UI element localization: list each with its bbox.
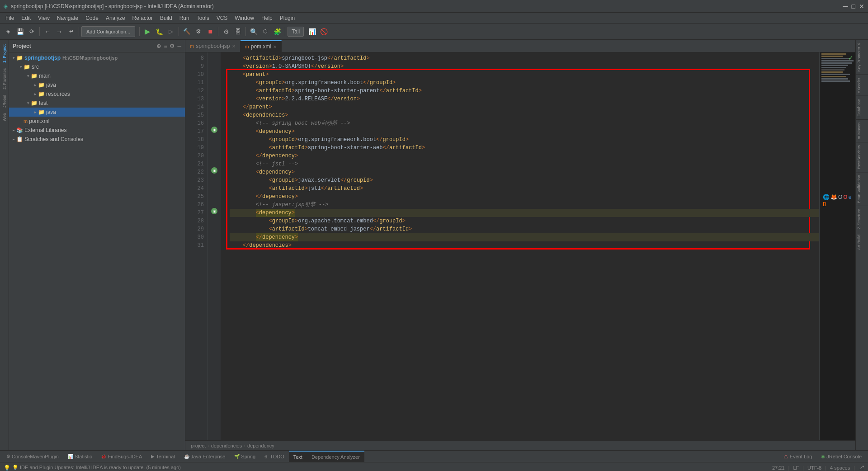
code-line-18[interactable]: <groupId>org.springframework.boot</group… [230,136,819,144]
code-line-13[interactable]: <version>2.2.4.RELEASE</version> [230,95,819,103]
menu-refactor[interactable]: Refactor [129,14,156,22]
toolbar-build-btn[interactable]: 🔨 [181,26,192,37]
code-line-28[interactable]: <groupId>org.apache.tomcat.embed</groupI… [230,217,819,225]
toolbar-search-btn[interactable]: 🔍 [248,26,259,37]
jrebel-icon-22[interactable]: ◉ [211,167,217,174]
tree-item-test[interactable]: ▾ 📁 test [9,99,185,108]
toolbar-monitor-btn[interactable]: 📊 [307,26,317,37]
code-content[interactable]: <artifactId>springboot-jsp</artifactId> … [226,52,819,440]
jrebel-icon-27[interactable]: ◉ [211,208,217,214]
edge-icon[interactable]: e [849,194,852,200]
right-tool-artbuild[interactable]: Art Build [856,232,868,253]
tab-pom-xml[interactable]: m pom.xml ✕ [241,40,282,52]
chrome-icon[interactable]: 🌐 [823,194,830,200]
code-line-23[interactable]: <groupId>javax.servlet</groupId> [230,176,819,184]
status-encoding[interactable]: UTF-8 [807,465,821,471]
menu-file[interactable]: File [2,14,18,22]
toolbar-sync-btn[interactable]: ⟳ [26,26,37,37]
panel-minimize-icon[interactable]: ─ [177,43,181,49]
toolbar-settings-btn[interactable]: ⚙ [221,26,231,37]
toolbar-profiler-btn[interactable]: 🧩 [272,26,283,37]
code-line-25[interactable]: </dependency> [230,193,819,201]
menu-run[interactable]: Run [176,14,193,22]
tree-item-pom[interactable]: ▸ m pom.xml [9,117,185,126]
opera-icon[interactable]: O [838,194,842,200]
code-line-29[interactable]: <artifactId>tomcat-embed-jasper</artifac… [230,225,819,233]
toolbar-stop-btn[interactable]: ■ [205,26,216,37]
tab-close-springboot[interactable]: ✕ [232,44,236,49]
tab-findbugs[interactable]: 🐞 FindBugs-IDEA [96,451,146,462]
toolbar-database-btn[interactable]: 🗄 [232,26,243,37]
maximize-btn[interactable]: □ [852,3,855,10]
status-indent[interactable]: 4 spaces [830,465,850,471]
right-tool-database[interactable]: Database [856,96,868,119]
tail-button[interactable]: Tail [288,27,304,37]
bc-project[interactable]: project [191,443,206,448]
panel-settings-icon[interactable]: ⚙ [170,43,175,49]
code-line-26[interactable]: <!-- jasper:jsp引擎 --> [230,201,819,209]
menu-code[interactable]: Code [82,14,102,22]
code-line-20[interactable]: </dependency> [230,152,819,160]
code-line-19[interactable]: <artifactId>spring-boot-starter-web</art… [230,144,819,152]
tab-statistic[interactable]: 📊 Statistic [63,451,97,462]
event-log-btn[interactable]: ⚠ Event Log [779,452,817,461]
bc-dependencies[interactable]: dependencies [211,443,242,448]
toolbar-save-btn[interactable]: 💾 [14,26,25,37]
code-line-30[interactable]: </dependency> [230,233,819,241]
toolbar-debug-btn[interactable]: 🐛 [154,26,165,37]
tree-item-scratches[interactable]: ▸ 📋 Scratches and Consoles [9,135,185,144]
tab-todo[interactable]: 6: TODO [260,451,289,462]
toolbar-coverage-btn[interactable]: ⬡ [260,26,271,37]
status-lf[interactable]: LF [793,465,799,471]
opera2-icon[interactable]: O [843,194,847,200]
menu-view[interactable]: View [34,14,53,22]
tab-console-maven[interactable]: ⚙ ConsoleMavenPlugin [2,451,63,462]
menu-edit[interactable]: Edit [18,14,34,22]
toolbar-run-btn[interactable]: ▶ [142,26,153,37]
toolbar-no-notifications-btn[interactable]: 🚫 [318,26,329,37]
right-tool-restservices[interactable]: RestServices [856,142,868,172]
window-controls[interactable]: ─ □ ✕ [843,2,864,10]
menu-plugin[interactable]: Plugin [276,14,298,22]
right-tool-axcoder[interactable]: AXcoder [856,75,868,96]
menu-window[interactable]: Window [231,14,258,22]
status-position[interactable]: 27:21 [772,465,785,471]
code-line-9[interactable]: <version>1.0-SNAPSHOT</version> [230,62,819,71]
code-line-27[interactable]: <dependency> [230,209,819,217]
panel-collapse-icon[interactable]: ≡ [164,43,167,49]
jrebel-icon-17[interactable]: ◉ [211,127,217,133]
toolbar-run-coverage-btn[interactable]: ▷ [165,26,176,37]
tree-item-src[interactable]: ▾ 📁 src [9,62,185,71]
left-tool-favorites[interactable]: 2: Favorites [1,66,8,92]
toolbar-revert-btn[interactable]: ↩ [66,26,76,37]
tree-item-resources[interactable]: ▸ 📁 resources [9,89,185,99]
code-line-24[interactable]: <artifactId>jstl</artifactId> [230,184,819,193]
tab-springboot-jsp[interactable]: m springboot-jsp ✕ [185,40,241,52]
menu-analyze[interactable]: Analyze [102,14,129,22]
code-line-8[interactable]: <artifactId>springboot-jsp</artifactId> [230,54,819,62]
code-line-21[interactable]: <!-- jstl --> [230,160,819,168]
tab-close-pom[interactable]: ✕ [273,44,277,49]
code-line-14[interactable]: </parent> [230,103,819,111]
left-tool-web[interactable]: Web [1,110,8,124]
menu-tools[interactable]: Tools [193,14,213,22]
right-tool-beanvalidation[interactable]: Bean Validation [856,172,868,206]
bc-dependency[interactable]: dependency [247,443,274,448]
close-btn[interactable]: ✕ [859,3,864,10]
menu-help[interactable]: Help [258,14,276,22]
tab-terminal[interactable]: ▶ Terminal [146,451,179,462]
code-line-12[interactable]: <artifactId>spring-boot-starter-parent</… [230,87,819,95]
jrebel-console-btn[interactable]: ◉ JRebel Console [816,453,866,460]
code-line-22[interactable]: <dependency> [230,168,819,176]
tab-text[interactable]: Text [289,451,307,462]
minimize-btn[interactable]: ─ [843,2,848,10]
panel-scope-icon[interactable]: ⊕ [156,43,161,49]
tree-item-java2[interactable]: ▸ 📁 java [9,108,185,117]
tab-java-enterprise[interactable]: ☕ Java Enterprise [179,451,230,462]
toolbar-back-btn[interactable]: ← [42,26,53,37]
tab-spring[interactable]: 🌱 Spring [230,451,260,462]
code-line-16[interactable]: <!-- spring boot web启动器 --> [230,119,819,127]
left-tool-jrebel[interactable]: JRebel [1,92,8,110]
code-line-11[interactable]: <groupId>org.springframework.boot</group… [230,79,819,87]
menu-build[interactable]: Build [156,14,176,22]
